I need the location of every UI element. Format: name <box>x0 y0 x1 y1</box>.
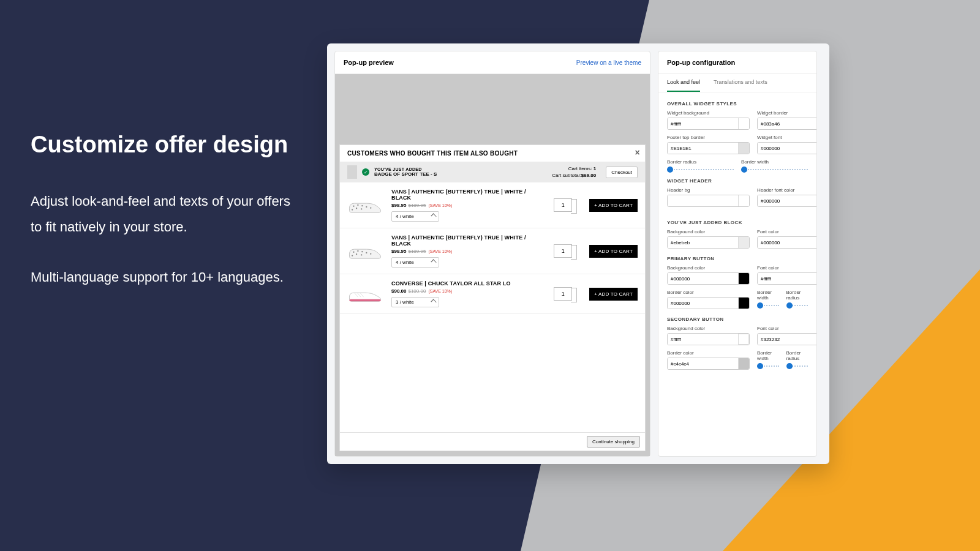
color-swatch[interactable] <box>738 118 749 129</box>
color-text[interactable] <box>758 273 816 284</box>
continue-shopping-button[interactable]: Continute shopping <box>587 436 640 448</box>
add-to-cart-button[interactable]: + ADD TO CART <box>589 245 638 258</box>
product-name: VANS | AUTHENTIC (BUTTERFLY) TRUE | WHIT… <box>391 189 545 201</box>
secondary-border-color-input[interactable] <box>667 358 750 370</box>
primary-border-color-input[interactable] <box>667 297 750 309</box>
border-width-slider[interactable] <box>741 168 808 171</box>
primary-font-color-input[interactable] <box>757 272 816 285</box>
widget-bg-input[interactable] <box>667 118 750 130</box>
field-label: Border width <box>741 159 808 165</box>
variant-select[interactable]: 4 / white <box>391 211 439 222</box>
price-row: $98.95$109.95(SAVE 10%) <box>391 249 545 254</box>
field-label: Border radius <box>667 159 734 165</box>
variant-select[interactable]: 3 / white <box>391 297 439 307</box>
preview-canvas: CUSTOMERS WHO BOUGHT THIS ITEM ALSO BOUG… <box>335 74 650 456</box>
color-swatch[interactable] <box>738 334 749 345</box>
headline: Customize offer design <box>31 132 294 158</box>
product-name: VANS | AUTHENTIC (BUTTERFLY) TRUE | WHIT… <box>391 234 545 247</box>
color-text[interactable] <box>668 195 738 206</box>
preview-title: Pop-up preview <box>344 59 394 66</box>
secondary-border-width-slider[interactable] <box>757 365 779 367</box>
svg-point-2 <box>361 205 363 206</box>
color-swatch[interactable] <box>738 273 749 284</box>
header-font-color-input[interactable] <box>757 195 816 207</box>
cart-items-value: 1 <box>594 166 596 171</box>
added-font-color-input[interactable] <box>757 236 816 249</box>
field-label: Border color <box>667 290 750 295</box>
cart-subtotal-value: $69.00 <box>581 173 596 178</box>
secondary-border-radius-slider[interactable] <box>786 365 809 367</box>
color-swatch[interactable] <box>738 358 749 369</box>
field-label: Header font color <box>757 187 816 193</box>
compare-price: $109.95 <box>408 203 426 208</box>
color-swatch[interactable] <box>738 298 749 309</box>
widget-border-input[interactable] <box>757 118 816 130</box>
added-bg-input[interactable] <box>667 236 750 249</box>
color-swatch[interactable] <box>738 195 749 206</box>
color-text[interactable] <box>668 118 738 129</box>
field-label: Border color <box>667 350 750 356</box>
config-body: OVERALL WIDGET STYLES Widget background … <box>658 92 816 383</box>
price: $98.95 <box>391 203 406 208</box>
svg-point-13 <box>356 253 357 255</box>
color-text[interactable] <box>668 298 738 309</box>
config-tabs: Look and feel Translations and texts <box>658 74 816 92</box>
product-info: VANS | AUTHENTIC (BUTTERFLY) TRUE | WHIT… <box>391 234 545 268</box>
secondary-bg-input[interactable] <box>667 333 750 345</box>
primary-border-radius-slider[interactable] <box>786 304 809 307</box>
svg-point-0 <box>353 206 354 207</box>
header-bg-input[interactable] <box>667 195 750 207</box>
product-thumbnail <box>347 165 357 179</box>
added-name: BADGE OF SPORT TEE - S <box>374 171 547 177</box>
color-text[interactable] <box>758 143 816 154</box>
product-row: CONVERSE | CHUCK TAYLOR ALL STAR LO$90.0… <box>340 274 645 314</box>
color-swatch[interactable] <box>738 143 749 154</box>
svg-point-6 <box>361 209 362 210</box>
primary-border-width-slider[interactable] <box>757 304 779 307</box>
product-image <box>347 240 383 262</box>
checkout-button[interactable]: Checkout <box>606 167 638 178</box>
close-icon[interactable]: × <box>635 148 640 157</box>
product-row: VANS | AUTHENTIC (BUTTERFLY) TRUE | WHIT… <box>340 182 645 228</box>
tab-translations[interactable]: Translations and texts <box>714 74 767 92</box>
color-text[interactable] <box>758 237 816 248</box>
config-panel: Pop-up configuration Look and feel Trans… <box>658 51 817 457</box>
color-text[interactable] <box>668 143 738 154</box>
price: $90.00 <box>391 288 406 294</box>
preview-live-link[interactable]: Preview on a live theme <box>576 59 641 66</box>
color-text[interactable] <box>668 273 738 284</box>
svg-point-8 <box>353 252 354 253</box>
added-label: YOU'VE JUST ADDED <box>374 167 547 171</box>
add-to-cart-button[interactable]: + ADD TO CART <box>589 199 638 212</box>
primary-bg-input[interactable] <box>667 272 750 285</box>
add-to-cart-button[interactable]: + ADD TO CART <box>589 288 638 301</box>
widget-font-input[interactable] <box>757 142 816 154</box>
preview-panel: Pop-up preview Preview on a live theme C… <box>334 51 650 457</box>
field-label: Footer top border <box>667 135 750 140</box>
color-swatch[interactable] <box>738 237 749 248</box>
color-text[interactable] <box>668 334 738 345</box>
footer-border-input[interactable] <box>667 142 750 154</box>
price: $98.95 <box>391 249 406 254</box>
tab-look-and-feel[interactable]: Look and feel <box>667 74 700 92</box>
quantity-stepper[interactable]: 1 <box>554 198 572 212</box>
field-label: Font color <box>757 229 816 234</box>
color-text[interactable] <box>758 118 816 129</box>
quantity-stepper[interactable]: 1 <box>554 287 572 301</box>
color-text[interactable] <box>758 334 816 345</box>
variant-select[interactable]: 4 / white <box>391 257 439 268</box>
product-image <box>347 194 383 216</box>
color-text[interactable] <box>758 195 816 206</box>
secondary-font-color-input[interactable] <box>757 333 816 345</box>
cart-subtotal-label: Cart subtotal: <box>552 173 581 178</box>
marketing-copy: Customize offer design Adjust look-and-f… <box>31 132 294 314</box>
color-text[interactable] <box>668 358 738 369</box>
price-row: $90.00$100.00(SAVE 10%) <box>391 288 545 294</box>
color-text[interactable] <box>668 237 738 248</box>
field-label: Border radius <box>786 350 809 361</box>
save-label: (SAVE 10%) <box>428 203 452 208</box>
quantity-stepper[interactable]: 1 <box>554 244 572 258</box>
border-radius-slider[interactable] <box>667 168 734 171</box>
svg-point-9 <box>357 250 358 252</box>
save-label: (SAVE 10%) <box>428 289 452 293</box>
